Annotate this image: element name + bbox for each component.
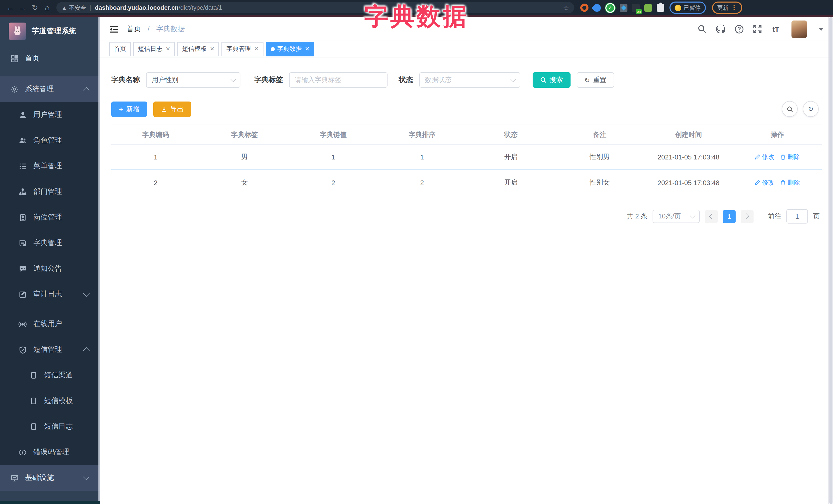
close-icon[interactable]: ✕ (305, 46, 309, 52)
tab-dict-management[interactable]: 字典管理✕ (222, 42, 263, 56)
avatar-caret-icon[interactable] (819, 27, 824, 30)
extension-ubuntu-icon[interactable] (580, 4, 589, 12)
sidebar-item-online-users[interactable]: 在线用户 (0, 311, 100, 337)
edit-link[interactable]: 修改 (755, 178, 774, 187)
home-icon[interactable]: ⌂ (41, 0, 53, 16)
extension-check-icon[interactable]: ✓ (605, 3, 615, 13)
page-size-select[interactable]: 10条/页 (652, 210, 700, 223)
bookmark-star-icon[interactable]: ☆ (563, 4, 569, 11)
sidebar-item-label: 通知公告 (33, 264, 62, 273)
extension-drop-icon[interactable] (592, 2, 602, 13)
scrollbar-thumb[interactable] (829, 17, 832, 504)
chevron-down-icon (83, 290, 90, 296)
github-icon[interactable] (716, 24, 725, 34)
page-number-button[interactable]: 1 (723, 210, 736, 223)
tab-sms-template[interactable]: 短信模板✕ (177, 42, 219, 56)
online-users-icon (19, 320, 27, 328)
tab-label: 短信日志 (138, 45, 163, 53)
sidebar-collapse-icon[interactable] (109, 25, 118, 33)
sidebar-item-sms-template[interactable]: 短信模板 (0, 388, 100, 414)
tab-dict-data[interactable]: 字典数据✕ (266, 42, 314, 56)
toggle-search-button[interactable] (782, 101, 798, 117)
sidebar-item-system-management[interactable]: 系统管理 (0, 76, 100, 102)
help-icon[interactable] (734, 24, 744, 34)
sidebar-item-dept-management[interactable]: 部门管理 (0, 179, 100, 205)
table-row[interactable]: 2 女 2 2 开启 性别女 2021-01-05 17:03:48 修改 删除 (111, 170, 822, 195)
reload-icon[interactable]: ↻ (29, 0, 41, 16)
status-select[interactable]: 数据状态 (419, 72, 520, 88)
reset-button[interactable]: ↻ 重置 (577, 72, 614, 88)
sidebar-item-notice[interactable]: 通知公告 (0, 256, 100, 282)
profile-paused-chip[interactable]: 已暂停 (669, 2, 706, 14)
sidebar-item-role-management[interactable]: 角色管理 (0, 128, 100, 153)
search-button[interactable]: 搜索 (532, 72, 571, 88)
dict-tag-placeholder: 请输入字典标签 (295, 75, 341, 85)
col-header: 操作 (733, 130, 822, 139)
dict-tag-input[interactable]: 请输入字典标签 (289, 72, 387, 88)
breadcrumb-home[interactable]: 首页 (127, 24, 141, 32)
extension-switch-icon[interactable]: on (632, 4, 640, 11)
address-bar[interactable]: ▲ 不安全 | dashboard.yudao.iocoder.cn /dict… (56, 2, 574, 13)
delete-label: 删除 (788, 152, 800, 161)
sidebar-item-error-code[interactable]: 错误码管理 (0, 439, 100, 465)
forward-icon[interactable]: → (17, 0, 29, 16)
chrome-update-chip[interactable]: 更新 ⋮ (712, 2, 742, 14)
user-avatar[interactable] (791, 20, 807, 38)
sidebar-item-label: 菜单管理 (33, 162, 62, 171)
sidebar-item-sms-channel[interactable]: 短信渠道 (0, 362, 100, 388)
refresh-table-button[interactable]: ↻ (803, 101, 819, 117)
add-button[interactable]: + 新增 (111, 101, 147, 117)
sidebar-item-audit-log[interactable]: 审计日志 (0, 282, 100, 307)
sidebar-item-label: 审计日志 (33, 290, 62, 299)
table-row[interactable]: 1 男 1 1 开启 性别男 2021-01-05 17:03:48 修改 删除 (111, 145, 822, 170)
fullscreen-icon[interactable] (753, 24, 762, 34)
sidebar-item-sms-management[interactable]: 短信管理 (0, 337, 100, 362)
jump-page-input[interactable]: 1 (786, 209, 808, 223)
jump-label: 前往 (768, 212, 781, 221)
cell-code: 2 (111, 179, 200, 186)
back-icon[interactable]: ← (4, 0, 17, 16)
export-button[interactable]: 导出 (153, 101, 191, 117)
dict-name-select[interactable]: 用户性别 (146, 72, 240, 88)
extensions-puzzle-icon[interactable] (657, 4, 664, 11)
font-size-icon[interactable]: tT (771, 24, 781, 34)
close-icon[interactable]: ✕ (210, 46, 214, 52)
sidebar-item-label: 短信日志 (44, 422, 73, 431)
sidebar-item-infrastructure[interactable]: 基础设施 (0, 465, 100, 491)
cell-sort: 1 (378, 153, 467, 161)
tab-sms-log[interactable]: 短信日志✕ (133, 42, 175, 56)
delete-label: 删除 (788, 178, 800, 187)
sidebar-logo-row[interactable]: 芋道管理系统 (0, 17, 100, 46)
sidebar-item-sms-log[interactable]: 短信日志 (0, 414, 100, 439)
close-icon[interactable]: ✕ (166, 46, 170, 52)
prev-page-button[interactable] (705, 210, 718, 223)
sidebar-submenu-system: 用户管理 角色管理 菜单管理 部门管理 岗位管理 (0, 102, 100, 465)
sidebar-item-label: 短信管理 (33, 345, 62, 354)
top-navbar: 首页 / 字典数据 tT (100, 17, 833, 41)
delete-link[interactable]: 删除 (781, 152, 800, 161)
chevron-down-icon (231, 76, 236, 82)
col-header: 状态 (467, 130, 555, 139)
browser-menu-icon[interactable]: ⋮ (731, 4, 737, 11)
sidebar-item-dict-management[interactable]: 字典管理 (0, 230, 100, 256)
sidebar-item-menu-management[interactable]: 菜单管理 (0, 153, 100, 179)
cell-status: 开启 (467, 152, 555, 162)
close-icon[interactable]: ✕ (254, 46, 259, 52)
chevron-down-icon (690, 213, 696, 218)
header-search-icon[interactable] (697, 24, 707, 34)
sidebar-item-home[interactable]: 首页 (0, 46, 100, 71)
edit-link[interactable]: 修改 (755, 152, 774, 161)
next-page-button[interactable] (741, 210, 754, 223)
sidebar-item-user-management[interactable]: 用户管理 (0, 102, 100, 128)
active-dot-icon (270, 47, 275, 51)
sidebar-item-post-management[interactable]: 岗位管理 (0, 205, 100, 230)
tab-home[interactable]: 首页 (109, 42, 131, 56)
extension-stats-icon[interactable] (620, 4, 627, 11)
add-button-label: 新增 (126, 104, 139, 114)
extension-leaf-icon[interactable] (644, 4, 652, 11)
delete-link[interactable]: 删除 (781, 178, 800, 187)
col-header: 字典编码 (111, 130, 200, 139)
page-scrollbar[interactable] (828, 17, 833, 504)
on-badge: on (636, 9, 642, 14)
chevron-down-icon (510, 76, 516, 82)
